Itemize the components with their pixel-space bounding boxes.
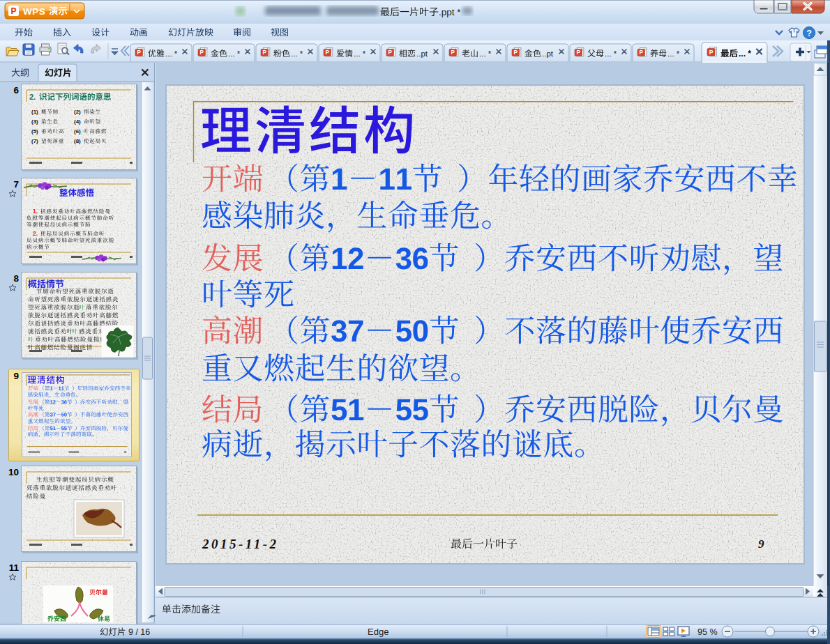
svg-text:P: P [199, 49, 204, 56]
svg-text:... *: ... * [479, 49, 492, 58]
svg-text:2015-11-2: 2015-11-2 [202, 537, 279, 551]
svg-text:7: 7 [13, 179, 19, 190]
svg-text:... *: ... * [667, 49, 680, 58]
svg-text:P: P [10, 6, 16, 16]
svg-text:... *: ... * [354, 49, 366, 58]
svg-text:2.: 2. [29, 93, 36, 101]
svg-text:(3): (3) [31, 118, 38, 125]
svg-text:P: P [137, 49, 141, 56]
svg-text:(4): (4) [74, 118, 81, 125]
svg-text:?: ? [806, 29, 812, 38]
svg-text:9 / 16: 9 / 16 [128, 627, 150, 637]
svg-text:(5): (5) [31, 128, 38, 135]
svg-text:1.: 1. [33, 208, 38, 215]
svg-text:11: 11 [9, 562, 20, 573]
svg-text:... *: ... * [291, 49, 303, 58]
svg-text:P: P [709, 49, 714, 56]
svg-text:(6): (6) [74, 128, 81, 135]
svg-text:P: P [451, 49, 455, 56]
svg-text:WPS: WPS [23, 6, 45, 17]
svg-text:P: P [388, 49, 392, 56]
svg-text:.ppt *: .ppt * [439, 7, 461, 17]
svg-text:P: P [576, 49, 580, 56]
svg-text:6: 6 [13, 85, 19, 95]
svg-text:... *: ... * [605, 49, 617, 58]
svg-text:(8): (8) [74, 138, 81, 144]
svg-text:95 %: 95 % [697, 627, 718, 637]
svg-text:9: 9 [13, 371, 19, 381]
svg-text:..pt: ..pt [542, 49, 554, 58]
svg-text:8: 8 [13, 273, 19, 284]
svg-text:(7): (7) [31, 138, 38, 144]
svg-text:... *: ... * [165, 49, 178, 58]
svg-text:P: P [325, 49, 329, 56]
svg-text:2.: 2. [33, 230, 38, 237]
svg-text:(1): (1) [31, 109, 38, 115]
svg-text:(2): (2) [74, 109, 81, 115]
svg-text:P: P [262, 49, 266, 56]
svg-text:Edge: Edge [368, 627, 388, 637]
svg-text:10: 10 [8, 467, 19, 477]
svg-text:..pt: ..pt [416, 49, 428, 58]
svg-text:9: 9 [758, 537, 764, 551]
svg-text:... *: ... * [739, 49, 751, 59]
svg-text:P: P [639, 49, 643, 56]
svg-text:... *: ... * [228, 49, 241, 58]
svg-text:P: P [513, 49, 518, 56]
